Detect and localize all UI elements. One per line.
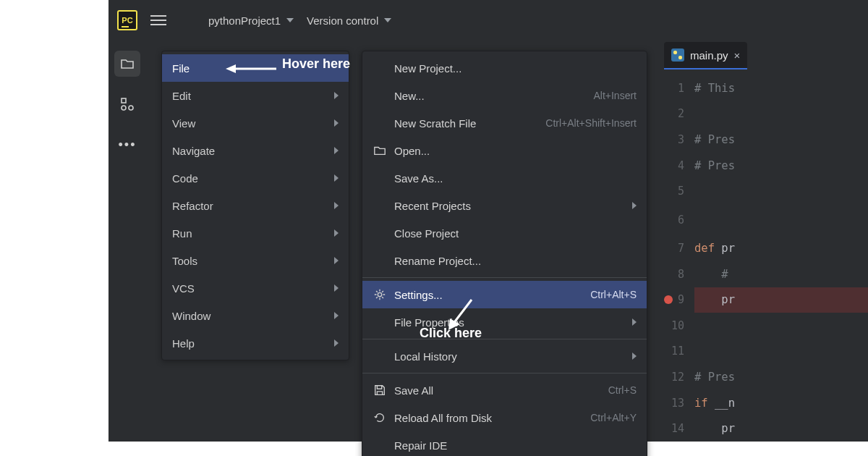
file-menu-item[interactable]: Repair IDE bbox=[362, 431, 647, 456]
gear-icon bbox=[373, 288, 386, 301]
titlebar: PC pythonProject1 Version control bbox=[109, 0, 868, 41]
code-line[interactable] bbox=[694, 101, 868, 127]
code-line[interactable]: # Pres bbox=[694, 364, 868, 390]
line-number[interactable]: 2 bbox=[658, 101, 692, 127]
svg-point-3 bbox=[378, 292, 381, 296]
submenu-item-label: Save All bbox=[394, 384, 433, 397]
submenu-item-label: Reload All from Disk bbox=[394, 412, 492, 424]
menu-item-label: Run bbox=[172, 227, 192, 240]
line-number[interactable]: 11 bbox=[658, 339, 692, 365]
line-number[interactable]: 8 bbox=[658, 261, 692, 287]
chevron-down-icon bbox=[286, 18, 294, 22]
editor-tab-main-py[interactable]: main.py × bbox=[664, 42, 747, 69]
chevron-right-icon bbox=[334, 92, 339, 99]
file-menu-item[interactable]: Reload All from DiskCtrl+Alt+Y bbox=[362, 404, 647, 431]
chevron-down-icon bbox=[384, 18, 391, 22]
vcs-selector[interactable]: Version control bbox=[307, 14, 391, 27]
ide-window: PC pythonProject1 Version control bbox=[109, 0, 868, 442]
main-menu-item-navigate[interactable]: Navigate bbox=[162, 137, 349, 164]
svg-point-2 bbox=[129, 106, 133, 110]
chevron-right-icon bbox=[334, 202, 339, 209]
submenu-item-label: Open... bbox=[394, 145, 430, 157]
svg-line-6 bbox=[453, 300, 472, 324]
menu-item-label: View bbox=[172, 117, 195, 130]
file-menu-item[interactable]: Save As... bbox=[362, 164, 647, 192]
folder-icon bbox=[373, 144, 386, 157]
shortcut-label: Ctrl+Alt+Y bbox=[590, 412, 637, 423]
structure-icon bbox=[120, 97, 135, 111]
more-tools-button[interactable]: ••• bbox=[114, 132, 140, 158]
submenu-item-label: Settings... bbox=[394, 289, 443, 301]
structure-tool-button[interactable] bbox=[114, 91, 140, 117]
line-number[interactable]: 6 bbox=[658, 204, 692, 235]
line-number[interactable]: 12 bbox=[658, 364, 692, 390]
chevron-right-icon bbox=[632, 352, 637, 360]
line-number[interactable]: 7 bbox=[658, 235, 692, 261]
chevron-right-icon bbox=[632, 318, 637, 326]
svg-point-1 bbox=[122, 106, 126, 110]
hamburger-icon[interactable] bbox=[150, 15, 166, 25]
file-menu-item[interactable]: Save AllCtrl+S bbox=[362, 376, 647, 404]
submenu-item-label: Save As... bbox=[394, 172, 443, 185]
menu-separator bbox=[362, 277, 647, 278]
chevron-right-icon bbox=[334, 174, 339, 182]
app-logo-icon: PC bbox=[117, 10, 137, 30]
code-line[interactable]: # Pres bbox=[694, 153, 868, 179]
menu-item-label: Navigate bbox=[172, 145, 215, 157]
main-menu-item-refactor[interactable]: Refactor bbox=[162, 192, 349, 219]
code-line[interactable] bbox=[694, 313, 868, 339]
menu-item-label: Code bbox=[172, 172, 198, 185]
file-menu-item[interactable]: Recent Projects bbox=[362, 192, 647, 219]
file-menu-item[interactable]: New Project... bbox=[362, 54, 647, 82]
tab-filename: main.py bbox=[690, 49, 728, 62]
file-menu-item[interactable]: Local History bbox=[362, 342, 647, 370]
main-menu-item-run[interactable]: Run bbox=[162, 219, 349, 247]
line-number[interactable]: 4 bbox=[658, 153, 692, 179]
code-line[interactable] bbox=[694, 204, 868, 235]
main-menu-item-help[interactable]: Help bbox=[162, 329, 349, 357]
main-menu-item-vcs[interactable]: VCS bbox=[162, 274, 349, 302]
file-menu-item[interactable]: New...Alt+Insert bbox=[362, 82, 647, 109]
line-number[interactable]: 14 bbox=[658, 415, 692, 442]
line-number[interactable]: 5 bbox=[658, 178, 692, 204]
line-number[interactable]: 1 bbox=[658, 75, 692, 101]
main-menu-item-edit[interactable]: Edit bbox=[162, 82, 349, 109]
file-menu-item[interactable]: Rename Project... bbox=[362, 247, 647, 274]
code-line[interactable]: # This bbox=[694, 75, 868, 101]
file-menu-item[interactable]: File Properties bbox=[362, 308, 647, 336]
code-line[interactable]: pr bbox=[694, 287, 868, 313]
submenu-item-label: New Project... bbox=[394, 62, 461, 75]
main-menu-item-code[interactable]: Code bbox=[162, 164, 349, 192]
main-menu-item-view[interactable]: View bbox=[162, 109, 349, 137]
line-number[interactable]: 9 bbox=[658, 287, 692, 313]
code-line[interactable]: def pr bbox=[694, 235, 868, 261]
file-menu-item[interactable]: Settings...Ctrl+Alt+S bbox=[362, 281, 647, 308]
line-number[interactable]: 10 bbox=[658, 313, 692, 339]
file-menu-item[interactable]: Close Project bbox=[362, 219, 647, 247]
code-line[interactable] bbox=[694, 339, 868, 365]
main-menu-item-tools[interactable]: Tools bbox=[162, 247, 349, 274]
code-line[interactable]: pr bbox=[694, 415, 868, 442]
line-number[interactable]: 3 bbox=[658, 127, 692, 153]
file-menu-item[interactable]: Open... bbox=[362, 137, 647, 164]
project-tool-button[interactable] bbox=[114, 51, 140, 77]
code-line[interactable] bbox=[694, 178, 868, 204]
vcs-label: Version control bbox=[307, 14, 378, 27]
chevron-right-icon bbox=[334, 257, 339, 264]
submenu-item-label: Rename Project... bbox=[394, 255, 481, 267]
code-line[interactable]: # Pres bbox=[694, 127, 868, 153]
code-editor[interactable]: # This# Pres# Presdef pr # pr# Presif __… bbox=[692, 71, 868, 442]
close-icon[interactable]: × bbox=[734, 49, 741, 62]
annotation-click: Click here bbox=[420, 326, 482, 341]
file-menu-item[interactable]: New Scratch FileCtrl+Alt+Shift+Insert bbox=[362, 109, 647, 137]
code-line[interactable]: if __n bbox=[694, 390, 868, 416]
line-number[interactable]: 13 bbox=[658, 390, 692, 416]
chevron-right-icon bbox=[334, 312, 339, 319]
line-number-gutter[interactable]: 1234567891011121314 bbox=[658, 71, 692, 442]
menu-separator bbox=[362, 339, 647, 339]
folder-icon bbox=[120, 56, 135, 71]
chevron-right-icon bbox=[632, 202, 637, 209]
code-line[interactable]: # bbox=[694, 261, 868, 287]
main-menu-item-window[interactable]: Window bbox=[162, 302, 349, 329]
project-selector[interactable]: pythonProject1 bbox=[208, 14, 294, 27]
